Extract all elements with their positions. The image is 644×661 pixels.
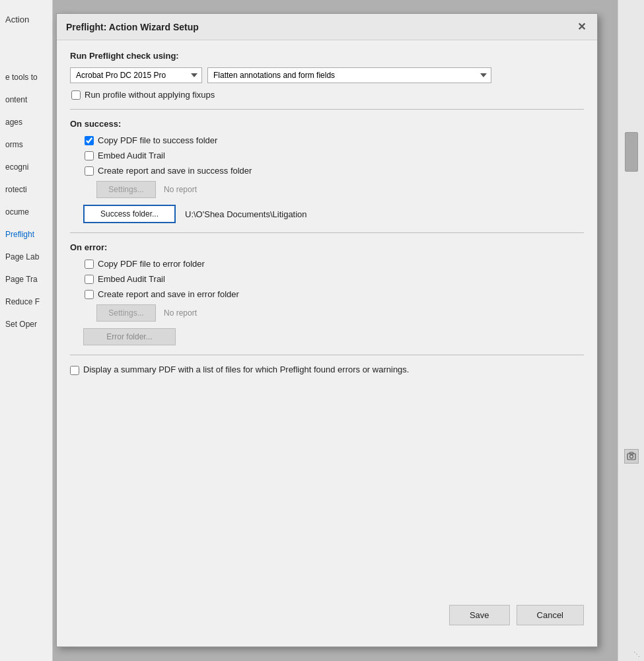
modal-title: Preflight: Action Wizard Setup [66, 22, 199, 32]
section-error-label: On error: [70, 242, 584, 252]
cancel-button[interactable]: Cancel [517, 605, 584, 625]
success-create-report-label: Create report and save in success folder [98, 166, 252, 176]
sidebar-item-tools[interactable]: e tools to [0, 66, 53, 88]
sidebar-item-protect[interactable]: rotecti [0, 178, 53, 201]
divider-1 [70, 109, 584, 110]
sidebar-item-pagetrans[interactable]: Page Tra [0, 268, 53, 291]
modal-body: Run Preflight check using: Acrobat Pro D… [57, 40, 597, 386]
action-dropdown[interactable]: Flatten annotations and form fields [207, 67, 491, 83]
sidebar-item-pagelabel[interactable]: Page Lab [0, 246, 53, 268]
error-embed-audit-row: Embed Audit Trail [85, 274, 584, 284]
camera-icon[interactable] [624, 449, 639, 464]
success-settings-button[interactable]: Settings... [96, 181, 156, 198]
section-success-label: On success: [70, 119, 584, 129]
error-copy-pdf-label: Copy PDF file to error folder [98, 259, 205, 269]
error-folder-button[interactable]: Error folder... [83, 328, 176, 345]
error-create-report-label: Create report and save in error folder [98, 289, 239, 299]
modal-dialog: Preflight: Action Wizard Setup ✕ Run Pre… [56, 13, 598, 647]
scrollbar-thumb[interactable] [625, 132, 638, 172]
error-options: Copy PDF file to error folder Embed Audi… [83, 259, 584, 345]
error-copy-pdf-row: Copy PDF file to error folder [85, 259, 584, 269]
resize-handle[interactable]: ⋱ [633, 650, 641, 658]
success-folder-row: Success folder... U:\O'Shea Documents\Li… [83, 205, 584, 223]
error-embed-audit-checkbox[interactable] [85, 275, 94, 284]
section-run-label: Run Preflight check using: [70, 51, 584, 61]
sidebar-item-content[interactable]: ontent [0, 88, 53, 111]
sidebar-item-forms[interactable]: orms [0, 133, 53, 156]
divider-3 [70, 355, 584, 355]
svg-point-1 [629, 455, 633, 458]
success-copy-pdf-checkbox[interactable] [85, 136, 94, 145]
sidebar-item-preflight[interactable]: Preflight [0, 223, 53, 246]
success-copy-pdf-label: Copy PDF file to success folder [98, 135, 217, 145]
sidebar-nav: e tools to ontent ages orms ecogni rotec… [0, 40, 53, 335]
success-embed-audit-row: Embed Audit Trail [85, 151, 584, 160]
error-folder-row: Error folder... [83, 328, 584, 345]
success-copy-pdf-row: Copy PDF file to success folder [85, 135, 584, 145]
error-embed-audit-label: Embed Audit Trail [98, 274, 165, 284]
panel-label: Action [5, 15, 29, 24]
success-embed-audit-label: Embed Audit Trail [98, 151, 165, 160]
error-no-report-text: No report [164, 308, 197, 318]
summary-pdf-row: Display a summary PDF with a list of fil… [70, 365, 584, 375]
save-button[interactable]: Save [449, 605, 510, 625]
success-embed-audit-checkbox[interactable] [85, 151, 94, 160]
sidebar-item-pages[interactable]: ages [0, 111, 53, 133]
error-settings-button[interactable]: Settings... [96, 304, 156, 322]
success-settings-row: Settings... No report [96, 181, 584, 198]
success-options: Copy PDF file to success folder Embed Au… [83, 135, 584, 223]
right-scrollbar-panel: ⋱ [618, 0, 644, 661]
success-create-report-checkbox[interactable] [85, 166, 94, 176]
sidebar-item-reducef[interactable]: Reduce F [0, 291, 53, 313]
sidebar-item-document[interactable]: ocume [0, 201, 53, 223]
error-copy-pdf-checkbox[interactable] [85, 260, 94, 269]
error-settings-row: Settings... No report [96, 304, 584, 322]
summary-pdf-checkbox[interactable] [70, 366, 79, 375]
success-folder-path: U:\O'Shea Documents\Litigation [185, 209, 307, 219]
success-no-report-text: No report [164, 185, 197, 194]
error-create-report-checkbox[interactable] [85, 290, 94, 299]
summary-pdf-label: Display a summary PDF with a list of fil… [83, 365, 409, 374]
dropdowns-row: Acrobat Pro DC 2015 Pro Flatten annotati… [70, 67, 584, 83]
success-folder-button[interactable]: Success folder... [83, 205, 176, 223]
profile-dropdown[interactable]: Acrobat Pro DC 2015 Pro [70, 67, 202, 83]
no-fixups-checkbox[interactable] [71, 90, 81, 100]
modal-titlebar: Preflight: Action Wizard Setup ✕ [57, 14, 597, 40]
sidebar-item-setoper[interactable]: Set Oper [0, 313, 53, 335]
error-create-report-row: Create report and save in error folder [85, 289, 584, 299]
success-create-report-row: Create report and save in success folder [85, 166, 584, 176]
no-fixups-row: Run profile without applying fixups [71, 90, 584, 100]
action-buttons-row: Save Cancel [57, 597, 597, 633]
no-fixups-label: Run profile without applying fixups [85, 90, 215, 100]
sidebar-item-recognize[interactable]: ecogni [0, 156, 53, 178]
close-button[interactable]: ✕ [575, 20, 588, 34]
divider-2 [70, 232, 584, 233]
